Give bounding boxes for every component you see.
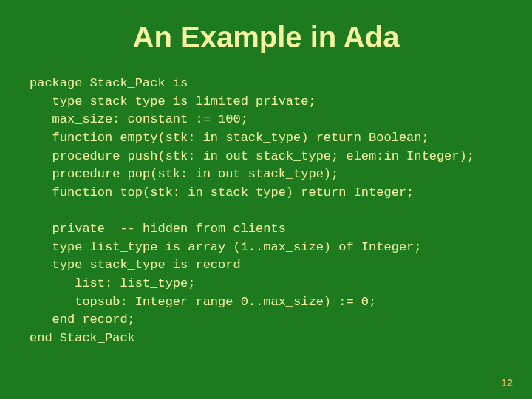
code-block: package Stack_Pack is type stack_type is…: [30, 75, 502, 348]
page-number: 12: [501, 377, 513, 389]
slide: An Example in Ada package Stack_Pack is …: [0, 0, 532, 399]
slide-title: An Example in Ada: [30, 21, 502, 54]
